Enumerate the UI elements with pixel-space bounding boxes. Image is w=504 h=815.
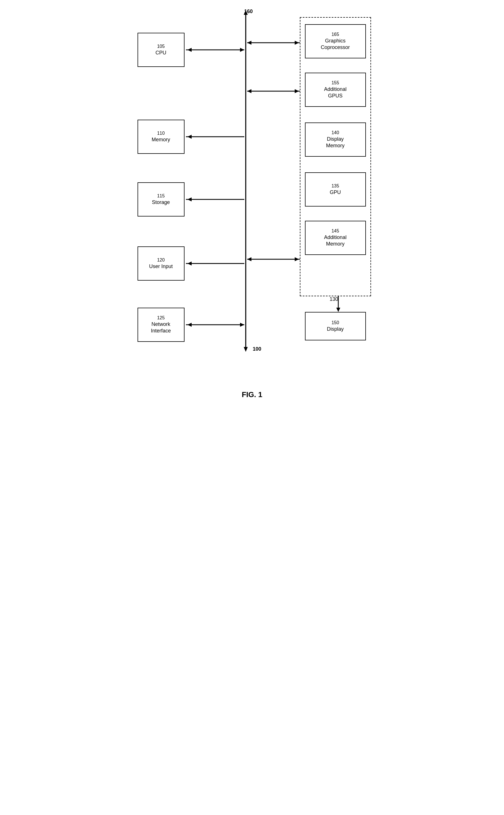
svg-marker-7: [187, 135, 192, 139]
display-label: Display: [327, 326, 344, 332]
svg-marker-5: [240, 48, 244, 52]
svg-marker-20: [295, 89, 299, 93]
add-gpus-box: 155 Additional GPUS: [305, 73, 366, 107]
add-mem-label: Additional Memory: [324, 234, 347, 247]
svg-marker-23: [295, 257, 299, 261]
memory-num: 110: [157, 130, 165, 136]
user-input-box: 120 User Input: [138, 246, 185, 280]
gpu-label: GPU: [330, 189, 341, 196]
label-130: 130: [323, 296, 345, 302]
disp-mem-label: Display Memory: [326, 136, 345, 149]
cpu-num: 105: [157, 44, 165, 50]
system-label-100: 100: [249, 346, 266, 352]
display-num: 150: [331, 320, 339, 326]
gpu-box: 135 GPU: [305, 172, 366, 206]
network-box: 125 Network Interface: [138, 308, 185, 342]
graphics-cp-box: 165 Graphics Coprocessor: [305, 24, 366, 58]
svg-marker-4: [187, 48, 192, 52]
svg-marker-22: [247, 257, 251, 261]
bus-label-160: 160: [240, 9, 257, 15]
memory-box: 110 Memory: [138, 120, 185, 154]
user-input-label: User Input: [149, 263, 173, 270]
storage-box: 115 Storage: [138, 182, 185, 216]
display-box: 150 Display: [305, 312, 366, 340]
svg-marker-14: [240, 323, 244, 327]
svg-marker-11: [187, 261, 192, 265]
network-num: 125: [157, 315, 165, 321]
add-mem-box: 145 Additional Memory: [305, 221, 366, 255]
network-label: Network Interface: [151, 321, 171, 334]
disp-mem-box: 140 Display Memory: [305, 122, 366, 157]
svg-marker-16: [247, 41, 251, 45]
add-mem-num: 145: [331, 228, 339, 234]
storage-num: 115: [157, 193, 165, 199]
svg-marker-2: [244, 347, 248, 352]
add-gpus-label: Additional GPUS: [324, 86, 347, 99]
svg-marker-13: [187, 323, 192, 327]
add-gpus-num: 155: [331, 80, 339, 86]
svg-marker-17: [295, 41, 299, 45]
gpu-num: 135: [331, 183, 339, 189]
cpu-box: 105 CPU: [138, 33, 185, 67]
user-input-num: 120: [157, 257, 165, 263]
page: 160 100 105 CPU 110 Memory 115 Storage 1…: [126, 0, 378, 408]
figure-label: FIG. 1: [126, 390, 378, 399]
svg-marker-25: [336, 308, 340, 312]
svg-marker-9: [187, 197, 192, 201]
graphics-cp-label: Graphics Coprocessor: [321, 38, 350, 51]
svg-marker-19: [247, 89, 251, 93]
disp-mem-num: 140: [331, 130, 339, 136]
storage-label: Storage: [152, 199, 170, 206]
graphics-cp-num: 165: [331, 32, 339, 38]
cpu-label: CPU: [155, 50, 166, 56]
memory-label: Memory: [151, 136, 170, 143]
diagram: 160 100 105 CPU 110 Memory 115 Storage 1…: [126, 9, 378, 384]
